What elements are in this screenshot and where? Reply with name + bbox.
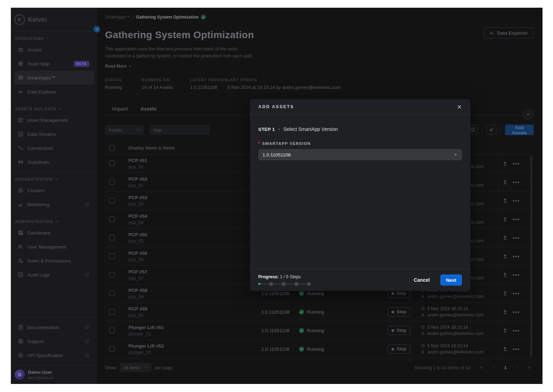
name-column-header[interactable]: Display Name & Name xyxy=(125,146,209,150)
asset-display-name[interactable]: PCP #58 xyxy=(128,288,209,293)
row-checkbox[interactable] xyxy=(109,309,115,315)
next-button[interactable]: Next xyxy=(440,274,462,286)
upgrade-button[interactable] xyxy=(502,253,508,259)
sidebar-footer-item[interactable]: Support xyxy=(14,334,94,348)
row-menu-button[interactable]: ••• xyxy=(513,253,520,259)
next-page-button[interactable]: › xyxy=(516,364,518,371)
row-menu-button[interactable]: ••• xyxy=(513,235,520,241)
sidebar-item[interactable]: Dashboard xyxy=(14,226,94,240)
sidebar-item[interactable]: Monitoring xyxy=(14,197,94,211)
sidebar-item[interactable]: Data Explorer xyxy=(14,85,94,99)
row-menu-button[interactable]: ••• xyxy=(513,216,520,222)
read-more-toggle[interactable]: Read More xyxy=(105,64,542,69)
row-menu-button[interactable]: ••• xyxy=(513,272,520,278)
sidebar-item[interactable]: Clusters xyxy=(14,183,94,197)
tab[interactable]: Impact xyxy=(112,106,128,112)
table-row: Plunger Lift #51 plunger_51 1.0.11051108… xyxy=(105,321,534,340)
asset-display-name[interactable]: PCP #55 xyxy=(128,232,209,237)
asset-display-name[interactable]: PCP #54 xyxy=(128,214,209,219)
upgrade-button[interactable] xyxy=(502,328,508,333)
asset-display-name[interactable]: Plunger Lift #52 xyxy=(128,343,209,349)
sidebar-item[interactable]: Roles & Permissions xyxy=(14,254,94,268)
app-filter-dropdown[interactable]: App xyxy=(150,125,209,135)
row-menu-button[interactable]: ••• xyxy=(513,290,520,296)
stop-button[interactable]: Stop xyxy=(388,344,410,354)
select-all-checkbox[interactable] xyxy=(109,145,115,151)
upgrade-button[interactable] xyxy=(502,235,508,240)
sidebar-item-label: Documentation xyxy=(27,325,59,330)
stop-button[interactable]: Stop xyxy=(388,307,410,316)
table-settings-button[interactable] xyxy=(486,125,496,135)
sidebar-item[interactable]: Data Streams xyxy=(14,127,94,141)
sidebar-item[interactable]: Audit Logs xyxy=(14,268,94,282)
row-menu-button[interactable]: ••• xyxy=(513,179,520,185)
sidebar-item[interactable]: Asset Map BETA xyxy=(14,57,94,71)
row-menu-button[interactable]: ••• xyxy=(513,161,520,167)
nav-section-header[interactable]: OPERATIONS xyxy=(11,36,97,43)
sidebar-collapse-button[interactable] xyxy=(93,26,100,33)
assets-filter-dropdown[interactable]: Assets xyxy=(105,125,144,135)
upgrade-button[interactable] xyxy=(502,346,508,352)
row-checkbox[interactable] xyxy=(109,179,115,185)
breadcrumb-parent[interactable]: SmartApps™ xyxy=(105,15,130,20)
upgrade-button[interactable] xyxy=(502,161,508,166)
first-page-button[interactable]: « xyxy=(480,364,483,371)
upgrade-button[interactable] xyxy=(502,216,508,222)
asset-display-name[interactable]: PCP #52 xyxy=(128,176,209,182)
row-checkbox[interactable] xyxy=(109,346,115,352)
sidebar-item[interactable]: Guardrails xyxy=(14,155,94,169)
prev-page-button[interactable]: ‹ xyxy=(492,364,495,371)
close-icon[interactable]: × xyxy=(457,104,462,110)
user-profile[interactable]: D Demo User demo@kelvin.ai xyxy=(11,365,97,384)
selected-version: 1.0.11051108 xyxy=(262,152,291,158)
current-page[interactable]: 1 xyxy=(504,365,507,370)
tab[interactable]: Assets xyxy=(140,106,156,112)
row-menu-button[interactable]: ••• xyxy=(513,346,520,352)
panel-collapse-button[interactable] xyxy=(523,109,533,120)
progress-connector xyxy=(260,284,269,284)
last-page-button[interactable]: » xyxy=(528,364,531,371)
smartapp-version-select[interactable]: 1.0.11051108 xyxy=(258,149,462,160)
row-menu-button[interactable]: ••• xyxy=(513,198,520,204)
required-mark: * xyxy=(258,141,260,146)
sidebar-footer-item[interactable]: API Specification xyxy=(14,348,94,362)
row-checkbox[interactable] xyxy=(109,198,115,203)
nav-section-header[interactable]: ORCHESTRATION xyxy=(11,176,97,183)
sidebar-item[interactable]: SmartApps™ xyxy=(14,71,94,85)
row-checkbox[interactable] xyxy=(109,161,115,166)
row-checkbox[interactable] xyxy=(109,272,115,278)
row-checkbox[interactable] xyxy=(109,290,115,296)
nav-section-header[interactable]: ASSETS AND DATA xyxy=(11,106,97,113)
sidebar-item[interactable]: Assets xyxy=(14,43,94,57)
last-update-time: 5 Nov 2024 18:10:14 xyxy=(427,325,468,330)
upgrade-button[interactable] xyxy=(502,179,508,185)
nav-section-header[interactable]: ADMINISTRATION xyxy=(11,219,97,226)
sidebar-item[interactable]: Asset Management xyxy=(14,113,94,127)
cancel-button[interactable]: Cancel xyxy=(414,277,430,283)
upgrade-button[interactable] xyxy=(502,290,508,296)
row-menu-button[interactable]: ••• xyxy=(513,309,520,315)
upgrade-button[interactable] xyxy=(502,309,508,315)
asset-display-name[interactable]: PCP #59 xyxy=(128,306,209,312)
table-scrollbar[interactable] xyxy=(530,156,532,357)
asset-display-name[interactable]: PCP #53 xyxy=(128,195,209,200)
sidebar-footer-item[interactable]: Documentation xyxy=(14,320,94,334)
asset-display-name[interactable]: Plunger Lift #51 xyxy=(128,325,209,330)
upgrade-button[interactable] xyxy=(502,272,508,278)
page-size-dropdown[interactable]: 16 items xyxy=(120,363,152,372)
status-stat: LATEST VERSION 1.0.11051108 xyxy=(190,78,227,90)
asset-display-name[interactable]: PCP #51 xyxy=(128,158,209,163)
sidebar-item[interactable]: Connections xyxy=(14,141,94,155)
stop-button[interactable]: Stop xyxy=(388,326,410,335)
data-explorer-button[interactable]: Data Explorer xyxy=(484,27,533,38)
sidebar-item[interactable]: User Management xyxy=(14,240,94,254)
asset-display-name[interactable]: PCP #57 xyxy=(128,269,209,274)
row-checkbox[interactable] xyxy=(109,328,115,333)
row-checkbox[interactable] xyxy=(109,235,115,240)
row-checkbox[interactable] xyxy=(109,253,115,259)
add-assets-button[interactable]: Add Assets xyxy=(505,125,534,135)
row-checkbox[interactable] xyxy=(109,216,115,222)
row-menu-button[interactable]: ••• xyxy=(513,328,520,334)
asset-display-name[interactable]: PCP #56 xyxy=(128,251,209,256)
upgrade-button[interactable] xyxy=(502,198,508,203)
